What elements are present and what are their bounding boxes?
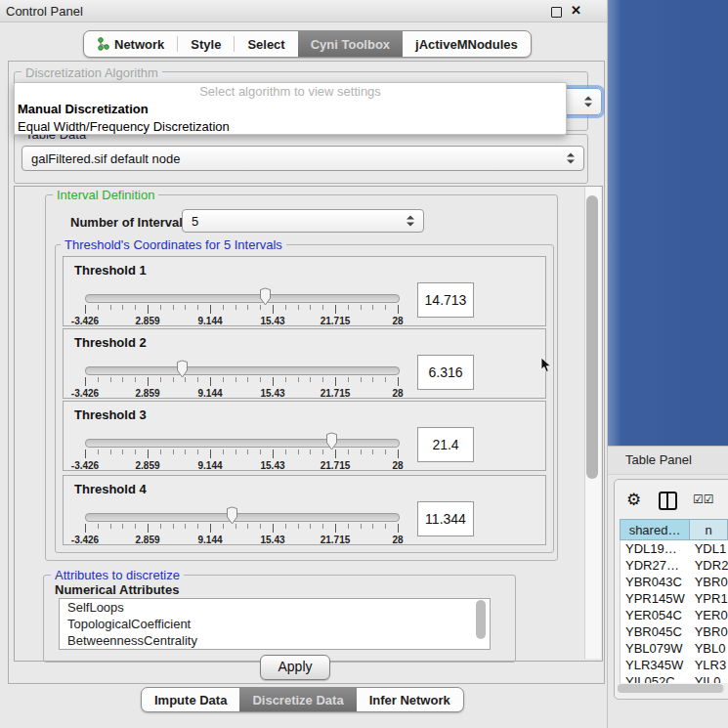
table-cell[interactable]: YLR345W — [621, 657, 691, 673]
table-body: YDL19…YDL1YDR27…YDR2YBR043CYBR0YPR145WYP… — [620, 540, 728, 683]
float-window-icon[interactable] — [551, 7, 562, 18]
table-row[interactable]: YLR345WYLR3 — [621, 657, 728, 673]
table-cell[interactable]: YER054C — [621, 607, 691, 623]
threshold-3-label: Threshold 3 — [74, 407, 147, 422]
threshold-2-label: Threshold 2 — [74, 335, 147, 350]
table-row[interactable]: YDL19…YDL1 — [621, 540, 728, 557]
slider-track[interactable] — [85, 513, 400, 522]
gear-icon[interactable]: ⚙ — [626, 490, 641, 510]
scrollbar-thumb[interactable] — [618, 684, 723, 693]
slider-major-ticks — [85, 377, 399, 386]
threshold-1-slider[interactable]: -3.4262.8599.14415.4321.71528 — [85, 290, 398, 323]
list-item[interactable]: BetweennessCentrality — [60, 632, 490, 649]
table-cell[interactable]: YDR2 — [691, 557, 728, 574]
tick-label: 28 — [392, 316, 403, 326]
column-header-name[interactable]: n — [690, 519, 728, 540]
tick-label: 15.43 — [260, 460, 284, 471]
tick-label: 21.715 — [321, 535, 351, 545]
tick-label: 9.144 — [197, 316, 222, 326]
table-cell[interactable]: YPR1 — [691, 590, 728, 607]
thresholds-group-title: Threshold's Coordinates for 5 Intervals — [61, 237, 286, 252]
dropdown-option-manual[interactable]: Manual Discretization — [15, 101, 566, 118]
slider-track[interactable] — [85, 294, 400, 303]
table-cell[interactable]: YIL0 — [691, 673, 728, 683]
table-row[interactable]: YIL052CYIL0 — [621, 673, 728, 683]
stepper-icon — [584, 97, 592, 107]
network-view-panel: GAL80 GA C GAL11 GAL4 GCY1 H HAP2 — [608, 0, 728, 446]
slider-major-ticks — [85, 524, 399, 533]
table-panel-header[interactable]: Table Panel — [608, 446, 728, 475]
list-item[interactable]: SelfLoops — [60, 599, 490, 616]
table-cell[interactable]: YPR145W — [621, 590, 691, 607]
table-cell[interactable]: YBR0 — [691, 623, 728, 640]
slider-thumb[interactable] — [175, 360, 190, 379]
threshold-3-panel: Threshold 3 -3.4262.8599.14415.4321.7152… — [63, 401, 546, 471]
threshold-4-slider[interactable]: -3.4262.8599.14415.4321.71528 — [85, 509, 398, 542]
mouse-cursor — [540, 358, 553, 373]
slider-major-ticks — [85, 450, 399, 458]
table-cell[interactable]: YDL1 — [691, 540, 728, 557]
tab-select[interactable]: Select — [235, 31, 297, 57]
slider-thumb[interactable] — [258, 287, 273, 307]
tick-label: 2.859 — [135, 460, 159, 471]
slider-track[interactable] — [85, 366, 400, 375]
table-cell[interactable]: YER0 — [691, 607, 728, 623]
panel-title: Control Panel — [6, 4, 83, 19]
tab-jactivemnodules[interactable]: jActiveMNodules — [403, 31, 531, 57]
table-panel-title: Table Panel — [625, 452, 692, 467]
table-row[interactable]: YBL079WYBL0 — [621, 640, 728, 657]
table-cell[interactable]: YIL052C — [621, 673, 691, 683]
table-cell[interactable]: YBR045C — [621, 623, 691, 640]
threshold-2-slider[interactable]: -3.4262.8599.14415.4321.71528 — [85, 363, 398, 396]
table-cell[interactable]: YDL19… — [621, 540, 691, 557]
numerical-attributes-label: Numerical Attributes — [55, 582, 179, 597]
tab-discretize-data[interactable]: Discretize Data — [239, 688, 356, 711]
interval-definition-group-title: Interval Definition — [53, 188, 158, 202]
tab-network[interactable]: Network — [84, 31, 177, 57]
slider-track[interactable] — [85, 439, 400, 448]
table-row[interactable]: YER054CYER0 — [621, 607, 728, 623]
tab-style[interactable]: Style — [178, 31, 234, 57]
table-cell[interactable]: YLR3 — [691, 657, 728, 673]
table-row[interactable]: YDR27…YDR2 — [621, 557, 728, 574]
list-scrollbar-thumb[interactable] — [476, 600, 486, 639]
slider-tick-labels: -3.4262.8599.14415.4321.71528 — [85, 316, 398, 327]
horizontal-scrollbar[interactable] — [618, 684, 725, 693]
threshold-3-value-field[interactable] — [417, 427, 474, 462]
tick-label: 9.144 — [197, 388, 222, 399]
apply-button[interactable]: Apply — [260, 655, 330, 680]
dropdown-option-equal-width[interactable]: Equal Width/Frequency Discretization — [15, 118, 566, 135]
scrollbar-thumb[interactable] — [586, 195, 598, 479]
checkbox-columns-icon[interactable]: ☑☑ — [693, 492, 714, 506]
tick-label: -3.426 — [71, 316, 99, 326]
threshold-3-slider[interactable]: -3.4262.8599.14415.4321.71528 — [85, 435, 398, 468]
numerical-attributes-list[interactable]: SelfLoopsTopologicalCoefficientBetweenne… — [59, 598, 491, 650]
table-row[interactable]: YPR145WYPR1 — [621, 590, 728, 607]
threshold-4-value-field[interactable] — [417, 501, 474, 536]
slider-thumb[interactable] — [225, 506, 239, 526]
algorithm-dropdown-popup: Select algorithm to view settings Manual… — [14, 82, 567, 135]
tab-impute-data[interactable]: Impute Data — [142, 688, 239, 711]
list-item[interactable]: TopologicalCoefficient — [60, 616, 490, 632]
close-icon[interactable]: ✕ — [571, 3, 581, 18]
column-header-shared-name[interactable]: shared… — [620, 519, 690, 540]
threshold-1-value-field[interactable] — [417, 282, 474, 318]
threshold-1-label: Threshold 1 — [74, 263, 147, 278]
table-cell[interactable]: YBR043C — [621, 574, 691, 590]
table-cell[interactable]: YBR0 — [691, 574, 728, 590]
split-columns-icon[interactable] — [659, 492, 677, 510]
tick-label: 2.859 — [135, 388, 159, 399]
table-cell[interactable]: YBL0 — [691, 640, 728, 657]
table-cell[interactable]: YBL079W — [621, 640, 691, 657]
tick-label: 28 — [392, 388, 403, 399]
control-panel-titlebar[interactable]: Control Panel ✕ — [0, 0, 607, 22]
slider-thumb[interactable] — [324, 432, 339, 451]
tab-infer-network[interactable]: Infer Network — [357, 688, 463, 711]
table-row[interactable]: YBR045CYBR0 — [621, 623, 728, 640]
table-row[interactable]: YBR043CYBR0 — [621, 574, 728, 590]
table-cell[interactable]: YDR27… — [621, 557, 691, 574]
table-data-combobox[interactable]: galFiltered.sif default node — [21, 146, 584, 171]
tab-cyni-toolbox[interactable]: Cyni Toolbox — [298, 31, 403, 57]
number-of-intervals-combobox[interactable]: 5 — [182, 209, 424, 233]
threshold-2-value-field[interactable] — [417, 355, 474, 390]
